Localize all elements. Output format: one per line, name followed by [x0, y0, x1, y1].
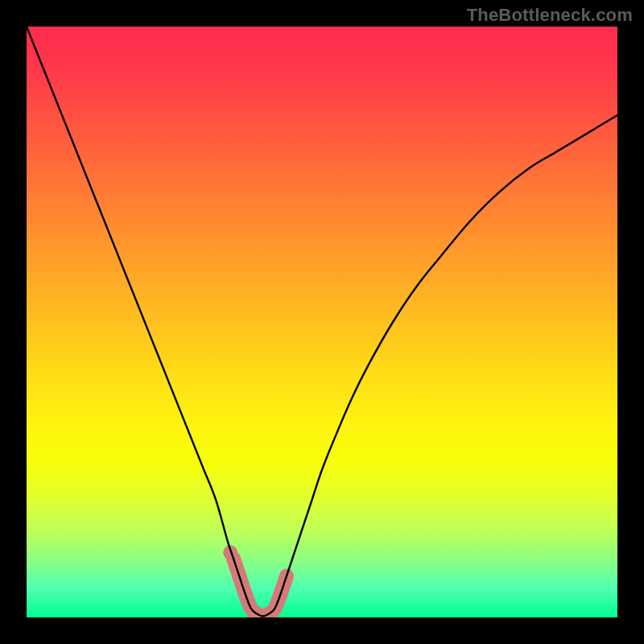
- chart-svg: [27, 27, 617, 617]
- chart-frame: TheBottleneck.com: [0, 0, 644, 644]
- bottleneck-curve: [27, 27, 617, 617]
- highlight-segment: [233, 559, 287, 617]
- watermark-text: TheBottleneck.com: [467, 5, 633, 26]
- plot-area: [27, 27, 617, 617]
